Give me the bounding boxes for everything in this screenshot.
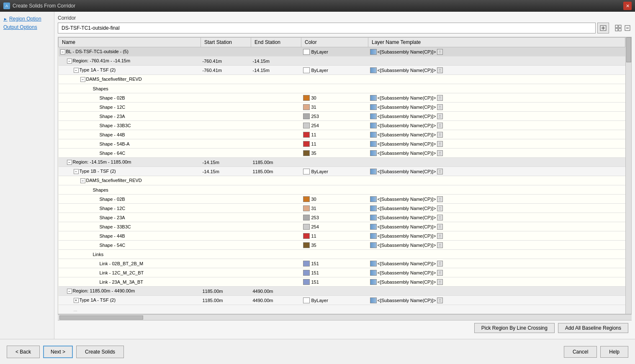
- color-cell[interactable]: [301, 176, 368, 185]
- table-row[interactable]: −BL - DS-TSF-TC1-outside - (5)ByLayer<[S…: [59, 47, 625, 56]
- table-row[interactable]: −Region: 1185.00m - 4490.00m1185.00m4490…: [59, 287, 625, 296]
- next-button[interactable]: Next >: [43, 346, 73, 358]
- layer-edit-button[interactable]: ⋮: [437, 224, 443, 230]
- collapse-icon[interactable]: −: [74, 68, 79, 73]
- color-cell[interactable]: 35: [301, 149, 368, 158]
- sidebar-item-output-options[interactable]: Output Options: [3, 24, 51, 30]
- layer-cell[interactable]: <[Subassembly Name(CP)]>⋮: [368, 47, 625, 56]
- sidebar-item-region-option[interactable]: ► Region Option: [3, 16, 51, 22]
- layer-cell[interactable]: <[Subassembly Name(CP)]>⋮: [368, 268, 625, 277]
- color-cell[interactable]: 11: [301, 231, 368, 241]
- layer-edit-button[interactable]: ⋮: [437, 279, 443, 285]
- layer-cell[interactable]: [368, 287, 625, 296]
- color-cell[interactable]: 11: [301, 130, 368, 139]
- table-row[interactable]: Link - 23A_M_3A_BT151<[Subassembly Name(…: [59, 277, 625, 287]
- layer-edit-button[interactable]: ⋮: [437, 205, 443, 211]
- table-row[interactable]: Shape - 33B3C254<[Subassembly Name(CP)]>…: [59, 222, 625, 231]
- color-cell[interactable]: 30: [301, 195, 368, 204]
- layer-cell[interactable]: <[Subassembly Name(CP)]>⋮: [368, 195, 625, 204]
- layer-edit-button[interactable]: ⋮: [437, 49, 443, 55]
- close-button[interactable]: ✕: [623, 2, 632, 10]
- layer-edit-button[interactable]: ⋮: [437, 261, 443, 267]
- table-row[interactable]: Shape - 02B30<[Subassembly Name(CP)]>⋮: [59, 195, 625, 204]
- table-row[interactable]: −Type 1A - TSF (2)-760.41m-14.15mByLayer…: [59, 66, 625, 75]
- table-row[interactable]: −DAMS_facefivefilter_REVD: [59, 75, 625, 84]
- layer-cell[interactable]: <[Subassembly Name(CP)]>⋮: [368, 213, 625, 222]
- color-cell[interactable]: 11: [301, 139, 368, 149]
- color-cell[interactable]: 35: [301, 241, 368, 250]
- color-cell[interactable]: ByLayer: [301, 167, 368, 176]
- color-cell[interactable]: [301, 185, 368, 195]
- table-row[interactable]: Shape - 23A253<[Subassembly Name(CP)]>⋮: [59, 213, 625, 222]
- help-button[interactable]: Help: [600, 346, 628, 358]
- layer-cell[interactable]: [368, 158, 625, 167]
- table-row[interactable]: ...: [59, 305, 625, 314]
- pick-region-button[interactable]: Pick Region By Line Crossing: [474, 323, 555, 333]
- tree-table-scroll[interactable]: Name Start Station End Station Color Lay…: [58, 37, 625, 314]
- color-cell[interactable]: 151: [301, 259, 368, 268]
- layer-edit-button[interactable]: ⋮: [437, 270, 443, 276]
- layer-cell[interactable]: <[Subassembly Name(CP)]>⋮: [368, 167, 625, 176]
- layer-cell[interactable]: <[Subassembly Name(CP)]>⋮: [368, 130, 625, 139]
- layer-edit-button[interactable]: ⋮: [437, 169, 443, 174]
- expand-icon[interactable]: +: [74, 298, 79, 303]
- layer-edit-button[interactable]: ⋮: [437, 297, 443, 303]
- layer-edit-button[interactable]: ⋮: [437, 132, 443, 138]
- table-row[interactable]: −DAMS_facefivefilter_REVD: [59, 176, 625, 185]
- layer-cell[interactable]: <[Subassembly Name(CP)]>⋮: [368, 231, 625, 241]
- color-cell[interactable]: 254: [301, 121, 368, 130]
- layer-cell[interactable]: <[Subassembly Name(CP)]>⋮: [368, 149, 625, 158]
- expand-all-button[interactable]: [614, 24, 622, 32]
- collapse-icon[interactable]: −: [80, 77, 85, 82]
- table-row[interactable]: Shapes: [59, 185, 625, 195]
- table-row[interactable]: Shape - 44B11<[Subassembly Name(CP)]>⋮: [59, 130, 625, 139]
- scroll-thumb-h[interactable]: [59, 315, 143, 320]
- layer-edit-button[interactable]: ⋮: [437, 233, 443, 239]
- layer-cell[interactable]: [368, 75, 625, 84]
- color-cell[interactable]: [301, 84, 368, 93]
- color-cell[interactable]: 31: [301, 103, 368, 112]
- layer-edit-button[interactable]: ⋮: [437, 67, 443, 73]
- table-row[interactable]: Shape - 54C35<[Subassembly Name(CP)]>⋮: [59, 241, 625, 250]
- color-cell[interactable]: [301, 56, 368, 66]
- layer-cell[interactable]: <[Subassembly Name(CP)]>⋮: [368, 66, 625, 75]
- vertical-scrollbar[interactable]: [625, 37, 631, 314]
- table-row[interactable]: Shape - 02B30<[Subassembly Name(CP)]>⋮: [59, 93, 625, 103]
- layer-cell[interactable]: <[Subassembly Name(CP)]>⋮: [368, 259, 625, 268]
- tree-table-wrapper[interactable]: Name Start Station End Station Color Lay…: [58, 37, 632, 314]
- table-row[interactable]: Shape - 12C31<[Subassembly Name(CP)]>⋮: [59, 103, 625, 112]
- table-row[interactable]: Shape - 12C31<[Subassembly Name(CP)]>⋮: [59, 204, 625, 213]
- collapse-icon[interactable]: −: [80, 178, 85, 183]
- color-cell[interactable]: 151: [301, 268, 368, 277]
- table-row[interactable]: −Region: -760.41m - -14.15m-760.41m-14.1…: [59, 56, 625, 66]
- table-row[interactable]: Links: [59, 250, 625, 259]
- back-button[interactable]: < Back: [7, 346, 40, 358]
- table-row[interactable]: −Region: -14.15m - 1185.00m-14.15m1185.0…: [59, 158, 625, 167]
- table-row[interactable]: Shape - 64C35<[Subassembly Name(CP)]>⋮: [59, 149, 625, 158]
- layer-cell[interactable]: [368, 250, 625, 259]
- layer-edit-button[interactable]: ⋮: [437, 104, 443, 110]
- color-cell[interactable]: 151: [301, 277, 368, 287]
- color-cell[interactable]: ByLayer: [301, 47, 368, 56]
- color-cell[interactable]: 253: [301, 112, 368, 121]
- layer-edit-button[interactable]: ⋮: [437, 242, 443, 248]
- layer-cell[interactable]: <[Subassembly Name(CP)]>⋮: [368, 112, 625, 121]
- layer-cell[interactable]: [368, 56, 625, 66]
- table-row[interactable]: Link - 12C_M_2C_BT151<[Subassembly Name(…: [59, 268, 625, 277]
- layer-cell[interactable]: <[Subassembly Name(CP)]>⋮: [368, 296, 625, 305]
- layer-cell[interactable]: <[Subassembly Name(CP)]>⋮: [368, 277, 625, 287]
- layer-edit-button[interactable]: ⋮: [437, 141, 443, 147]
- collapse-icon[interactable]: −: [67, 289, 72, 294]
- table-row[interactable]: Shape - 44B11<[Subassembly Name(CP)]>⋮: [59, 231, 625, 241]
- layer-edit-button[interactable]: ⋮: [437, 113, 443, 119]
- layer-cell[interactable]: [368, 84, 625, 93]
- color-cell[interactable]: [301, 158, 368, 167]
- table-row[interactable]: Link - 02B_BT_2B_M151<[Subassembly Name(…: [59, 259, 625, 268]
- layer-cell[interactable]: <[Subassembly Name(CP)]>⋮: [368, 93, 625, 103]
- layer-edit-button[interactable]: ⋮: [437, 95, 443, 101]
- color-cell[interactable]: ByLayer: [301, 296, 368, 305]
- layer-cell[interactable]: <[Subassembly Name(CP)]>⋮: [368, 204, 625, 213]
- create-solids-button[interactable]: Create Solids: [76, 346, 124, 358]
- layer-edit-button[interactable]: ⋮: [437, 215, 443, 220]
- scrollbar-thumb[interactable]: [626, 37, 631, 62]
